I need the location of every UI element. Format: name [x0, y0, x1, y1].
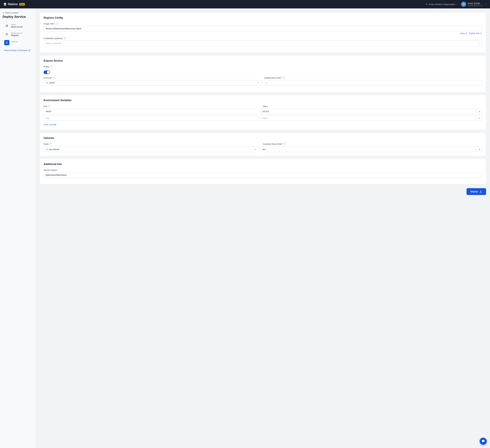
healthcheck-group: Healthcheck Path* ? [264, 77, 482, 86]
volume-file-icon [46, 148, 48, 150]
value-col-header: Value [263, 105, 481, 107]
deploy-source-nav-icon [4, 32, 9, 37]
env-row-1 [44, 109, 482, 114]
env-remove-btn-1[interactable] [477, 109, 482, 114]
mount-help-icon[interactable]: ? [283, 143, 286, 145]
sidebar-item-server[interactable]: Server demo-server [3, 22, 33, 30]
back-link-text: Back to project [6, 12, 18, 14]
back-arrow-icon [3, 12, 5, 14]
svg-point-14 [6, 43, 6, 43]
logo-text: Sliplane [8, 3, 18, 6]
protocol-value: HTTP [49, 82, 55, 84]
volume-close-icon [478, 148, 481, 150]
registry-icon [6, 33, 8, 35]
protocol-arrows-icon [46, 81, 48, 84]
main-content: Registry Config Image URL* ? Docs Dock [36, 9, 490, 448]
toggle-thumb [47, 71, 50, 74]
healthcheck-label: Healthcheck Path* ? [264, 77, 482, 79]
settings-icon [6, 41, 8, 44]
parse-docker-link[interactable]: Parse Docker Command [3, 49, 33, 52]
logo-icon [3, 2, 7, 6]
healthcheck-input[interactable] [264, 80, 482, 85]
header-right: Jonas Scholz's Organization JS Jonas Sch… [425, 2, 487, 7]
credential-label: Credential (optional) ? [44, 37, 482, 40]
settings-nav-value: ... [11, 43, 18, 45]
key-help-icon[interactable]: ? [48, 105, 50, 107]
volume-name-help-icon[interactable]: ? [49, 143, 52, 145]
env-col-headers: Key ? Value [44, 105, 482, 107]
env-add-btn[interactable] [477, 115, 482, 121]
protocol-chevron-icon [257, 81, 259, 84]
image-url-input[interactable] [44, 26, 482, 31]
external-link-icon [28, 49, 30, 52]
service-name-label: Service Name* [44, 169, 482, 171]
org-icon [425, 3, 428, 6]
credential-placeholder: Select credential [46, 42, 61, 44]
volume-remove-btn[interactable] [477, 147, 482, 152]
header: Sliplane Beta Jonas Scholz's Organizatio… [0, 0, 490, 9]
protocol-select[interactable]: HTTP [44, 80, 262, 86]
back-link[interactable]: Back to project [3, 12, 33, 14]
logo: Sliplane [3, 2, 18, 6]
credential-group: Credential (optional) ? Select credentia… [44, 37, 482, 46]
from-env-label: From .env file [44, 123, 56, 126]
docs-link[interactable]: Docs [460, 32, 467, 35]
beta-badge: Beta [19, 3, 25, 6]
healthcheck-help-icon[interactable]: ? [282, 77, 285, 79]
user-text: Jonas Scholz support@sliplane.io [467, 2, 483, 7]
protocol-help-icon[interactable]: ? [53, 77, 56, 79]
docker-hub-link[interactable]: Docker Hub [469, 32, 482, 35]
volume-row-1: my-volume [44, 147, 482, 152]
volume-name-select[interactable]: my-volume [44, 147, 259, 152]
key-col-header: Key ? [44, 105, 262, 107]
env-value-1[interactable] [260, 109, 476, 114]
deploy-icon [479, 190, 482, 193]
add-icon [478, 117, 481, 119]
env-vars-card: Environment Variables Key ? Value [40, 95, 486, 130]
volume-left: my-volume [46, 148, 60, 150]
settings-nav-text: Settings ... [11, 41, 18, 45]
chat-button[interactable] [480, 438, 487, 445]
service-name-group: Service Name* [44, 169, 482, 178]
env-value-2[interactable] [260, 115, 476, 121]
svg-line-17 [29, 49, 30, 50]
header-left: Sliplane Beta [3, 2, 25, 6]
expose-service-card: Expose Service Public ? Protocol* ? [40, 55, 486, 92]
sidebar-item-deploy-source[interactable]: Deploy Source Registry [3, 30, 33, 38]
volumes-col-headers: Name ? Container Mount Path* ? [44, 143, 482, 145]
volume-mount-input[interactable] [260, 147, 476, 152]
env-vars-title: Environment Variables [44, 99, 482, 102]
env-key-1[interactable] [44, 109, 259, 114]
org-name: Jonas Scholz's Organization [429, 3, 455, 6]
credential-select[interactable]: Select credential [44, 41, 482, 46]
svg-line-18 [466, 33, 467, 34]
deploy-source-nav-value: Registry [11, 34, 23, 36]
server-nav-text: Server demo-server [11, 24, 23, 28]
service-name-input[interactable] [44, 172, 482, 178]
page-title: Deploy Service [3, 15, 33, 19]
deploy-source-nav-text: Deploy Source Registry [11, 32, 23, 36]
sidebar-item-settings[interactable]: Settings ... [3, 39, 33, 46]
registry-config-title: Registry Config [44, 16, 482, 19]
volumes-card: Volumes Name ? Container Mount Path* ? [40, 132, 486, 156]
input-links: Docs Docker Hub [44, 32, 482, 35]
user-info[interactable]: JS Jonas Scholz support@sliplane.io [461, 2, 487, 7]
mount-col-header: Container Mount Path* ? [263, 143, 481, 145]
layout: Back to project Deploy Service Server de… [0, 9, 490, 448]
org-chevron-icon [456, 3, 458, 5]
from-env-link[interactable]: From .env file [44, 123, 56, 126]
deploy-button[interactable]: Deploy [466, 188, 486, 195]
server-nav-label: Server [11, 24, 23, 26]
svg-rect-8 [7, 33, 8, 34]
public-toggle[interactable] [44, 70, 50, 74]
image-url-label: Image URL* ? [44, 23, 482, 25]
public-help-icon[interactable]: ? [50, 65, 53, 68]
env-key-2[interactable] [44, 115, 259, 121]
additional-info-title: Additional Info [44, 163, 482, 166]
org-selector[interactable]: Jonas Scholz's Organization [425, 3, 459, 6]
image-url-help-icon[interactable]: ? [56, 23, 59, 25]
credential-help-icon[interactable]: ? [63, 37, 66, 40]
protocol-healthcheck-row: Protocol* ? HTTP [44, 77, 482, 88]
volume-name-value: my-volume [49, 148, 60, 150]
docker-hub-search-icon [480, 32, 482, 34]
